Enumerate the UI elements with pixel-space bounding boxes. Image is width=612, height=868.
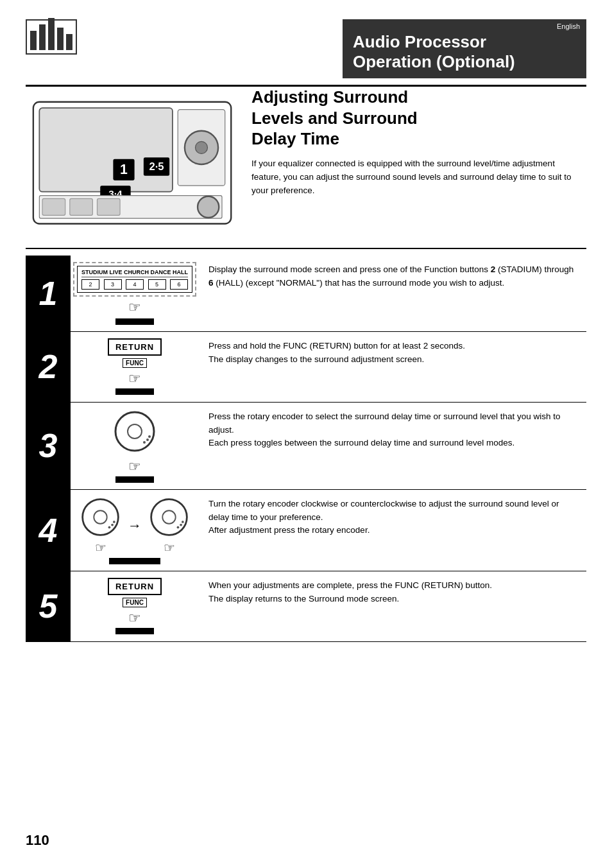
step-5-row: 5 RETURN FUNC ☞ When your adjustments ar… bbox=[26, 571, 586, 642]
svg-point-19 bbox=[146, 438, 149, 441]
svg-point-18 bbox=[143, 441, 146, 444]
hand-icon-1: ☞ bbox=[73, 299, 196, 316]
svg-rect-1 bbox=[39, 108, 173, 192]
step-4-bar bbox=[109, 558, 160, 564]
header-title: Audio Processor Operation (Optional) bbox=[353, 32, 576, 72]
logo-bar-5 bbox=[66, 34, 72, 50]
mode-label-5: HALL bbox=[173, 269, 188, 275]
step-4-text: Turn the rotary encoder clockwise or cou… bbox=[199, 490, 586, 571]
header-language: English bbox=[557, 22, 580, 30]
logo bbox=[26, 19, 77, 58]
logo-bar-2 bbox=[39, 24, 46, 50]
step-5-image: RETURN FUNC ☞ bbox=[71, 571, 199, 641]
return-block-2: RETURN FUNC ☞ bbox=[108, 338, 162, 395]
step-3-bar bbox=[115, 476, 154, 483]
step-3-row: 3 ☞ Press the rotary enco bbox=[26, 403, 586, 490]
step-1-text: Display the surround mode screen and pre… bbox=[199, 256, 586, 331]
encoder-svg-3 bbox=[112, 409, 157, 454]
svg-point-22 bbox=[94, 510, 106, 523]
step-5-number: 5 bbox=[26, 571, 71, 641]
svg-rect-14 bbox=[97, 199, 120, 216]
arrow-icon: → bbox=[128, 517, 142, 534]
page-wrapper: English Audio Processor Operation (Optio… bbox=[0, 0, 612, 868]
return-button-display-5[interactable]: RETURN bbox=[108, 578, 162, 595]
step-1-number: 1 bbox=[26, 256, 71, 331]
step-5-text: When your adjustments are complete, pres… bbox=[199, 571, 586, 641]
svg-point-29 bbox=[180, 523, 182, 526]
mode-label-4: DANCE bbox=[150, 269, 171, 275]
panel-mode-selector: STUDIUM LIVE CHURCH DANCE HALL 2 3 4 5 6 bbox=[77, 266, 192, 293]
svg-rect-11 bbox=[39, 196, 222, 219]
svg-point-30 bbox=[182, 521, 184, 523]
svg-text:1: 1 bbox=[120, 162, 128, 178]
step-3-text: Press the rotary encoder to select the s… bbox=[199, 403, 586, 489]
encoder-wrapper-3 bbox=[112, 409, 157, 456]
step-3-image: ☞ bbox=[71, 403, 199, 489]
hand-icon-2: ☞ bbox=[128, 370, 141, 387]
svg-point-10 bbox=[196, 142, 208, 154]
mode-label-3: CHURCH bbox=[124, 269, 149, 275]
return-block-5: RETURN FUNC ☞ bbox=[108, 578, 162, 634]
step-3-number: 3 bbox=[26, 403, 71, 489]
header-title-line2: Operation (Optional) bbox=[353, 52, 576, 72]
mode-labels: STUDIUM LIVE CHURCH DANCE HALL bbox=[81, 269, 188, 277]
device-image-col: 1 2·5 3·4 bbox=[26, 87, 239, 241]
hand-under-encoder-2: ☞ bbox=[148, 540, 190, 555]
section-intro: If your equalizer connected is equipped … bbox=[251, 157, 586, 198]
page-number: 110 bbox=[26, 832, 49, 849]
logo-bar-4 bbox=[57, 28, 64, 50]
svg-rect-12 bbox=[42, 199, 65, 216]
logo-bar-1 bbox=[30, 31, 37, 50]
mode-btn-4[interactable]: 4 bbox=[126, 279, 144, 290]
intro-text-col: Adjusting Surround Levels and Surround D… bbox=[251, 87, 586, 241]
step-2-image: RETURN FUNC ☞ bbox=[71, 332, 199, 402]
mode-label-2: LIVE bbox=[109, 269, 122, 275]
step-2-row: 2 RETURN FUNC ☞ Press and hold the FUNC … bbox=[26, 332, 586, 403]
mode-selector-box: STUDIUM LIVE CHURCH DANCE HALL 2 3 4 5 6 bbox=[73, 262, 196, 297]
logo-bar-3 bbox=[48, 18, 55, 50]
mode-btn-5[interactable]: 5 bbox=[148, 279, 166, 290]
hand-icon-3: ☞ bbox=[128, 458, 141, 475]
step-1-row: 1 STUDIUM LIVE CHURCH DANCE HALL 2 bbox=[26, 256, 586, 332]
hand-under-encoder-1: ☞ bbox=[80, 540, 121, 555]
svg-point-24 bbox=[111, 523, 114, 526]
encoder-svg-4b bbox=[148, 496, 190, 538]
step-4-image: ☞ → ☞ bbox=[71, 490, 199, 571]
svg-point-23 bbox=[108, 526, 111, 528]
rotary-encoder-3: ☞ bbox=[112, 409, 157, 483]
header-title-line1: Audio Processor bbox=[353, 32, 576, 52]
step-1-image: STUDIUM LIVE CHURCH DANCE HALL 2 3 4 5 6 bbox=[71, 256, 199, 331]
step-5-bar bbox=[115, 628, 154, 634]
svg-point-15 bbox=[198, 196, 219, 218]
svg-point-25 bbox=[113, 521, 115, 523]
func-label-2: FUNC bbox=[123, 358, 147, 368]
step-2-bar bbox=[115, 388, 154, 395]
encoder-group-2: ☞ bbox=[148, 496, 190, 555]
func-label-5: FUNC bbox=[123, 598, 147, 607]
svg-point-17 bbox=[128, 424, 142, 438]
step-4-row: 4 ☞ → bbox=[26, 490, 586, 571]
mode-label-1: STUDIUM bbox=[81, 269, 108, 275]
two-encoders: ☞ → ☞ bbox=[80, 496, 190, 555]
mode-buttons: 2 3 4 5 6 bbox=[81, 279, 188, 290]
svg-point-20 bbox=[148, 435, 151, 438]
encoder-group-1: ☞ bbox=[80, 496, 121, 555]
logo-bars bbox=[26, 19, 77, 55]
return-button-display-2[interactable]: RETURN bbox=[108, 338, 162, 356]
header-title-block: English Audio Processor Operation (Optio… bbox=[343, 19, 586, 78]
step-2-number: 2 bbox=[26, 332, 71, 402]
step-4-number: 4 bbox=[26, 490, 71, 571]
encoder-svg-4a bbox=[80, 496, 121, 538]
mode-btn-6[interactable]: 6 bbox=[170, 279, 188, 290]
svg-text:2·5: 2·5 bbox=[149, 161, 164, 173]
svg-point-27 bbox=[162, 510, 175, 523]
step-4-content: ☞ → ☞ bbox=[80, 496, 190, 564]
mode-btn-2[interactable]: 2 bbox=[81, 279, 99, 290]
intro-row: 1 2·5 3·4 A bbox=[26, 87, 586, 248]
header: English Audio Processor Operation (Optio… bbox=[26, 19, 586, 87]
mode-btn-3[interactable]: 3 bbox=[104, 279, 122, 290]
svg-rect-13 bbox=[70, 199, 93, 216]
step-2-text: Press and hold the FUNC (RETURN) button … bbox=[199, 332, 586, 402]
section-title: Adjusting Surround Levels and Surround D… bbox=[251, 87, 586, 150]
device-image-svg: 1 2·5 3·4 bbox=[26, 87, 239, 239]
